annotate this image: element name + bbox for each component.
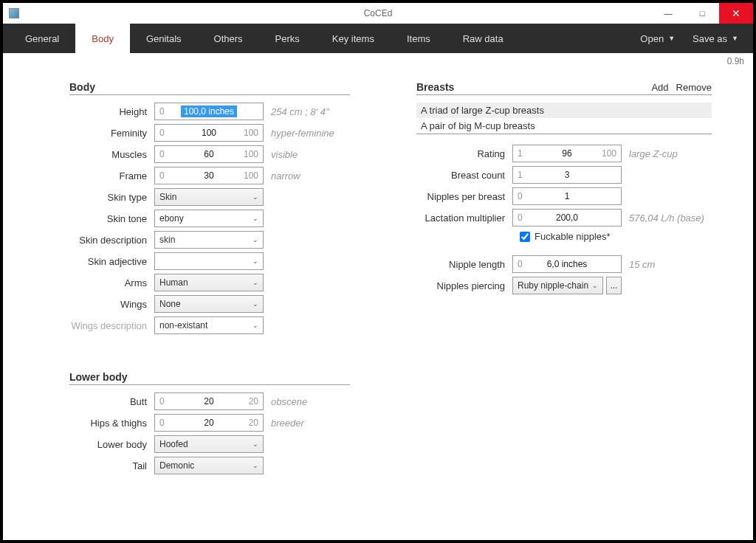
hips-input[interactable]: 02020 — [154, 414, 264, 432]
piercing-select[interactable]: Ruby nipple-chain⌄ — [512, 277, 603, 294]
muscles-label: Muscles — [69, 149, 154, 160]
npb-label: Nipples per breast — [416, 191, 512, 202]
breastcount-input[interactable]: 13 — [512, 166, 622, 184]
rating-input[interactable]: 196100 — [512, 145, 622, 162]
muscles-hint: visible — [271, 149, 298, 160]
npb-input[interactable]: 01 — [512, 187, 622, 205]
chevron-down-icon: ⌄ — [252, 462, 258, 469]
feminity-label: Feminity — [69, 128, 154, 139]
height-label: Height — [69, 106, 154, 117]
tail-label: Tail — [69, 460, 154, 471]
rating-label: Rating — [416, 148, 512, 159]
butt-input[interactable]: 02020 — [154, 392, 264, 410]
niplen-hint: 15 cm — [629, 259, 655, 270]
caret-down-icon: ▼ — [668, 35, 675, 42]
wingsdesc-label: Wings description — [69, 320, 154, 331]
arms-select[interactable]: Human⌄ — [154, 274, 264, 291]
frame-label: Frame — [69, 170, 154, 181]
lowerbody-select[interactable]: Hoofed⌄ — [154, 435, 264, 453]
chevron-down-icon: ⌄ — [592, 282, 598, 289]
niplen-input[interactable]: 06,0 inches — [512, 255, 622, 273]
skintype-select[interactable]: Skin⌄ — [154, 188, 264, 206]
tab-items[interactable]: Items — [391, 24, 447, 53]
tab-perks[interactable]: Perks — [259, 24, 316, 53]
lowerbody-label: Lower body — [69, 439, 154, 450]
skindesc-label: Skin description — [69, 235, 154, 246]
rating-hint: large Z-cup — [629, 148, 678, 159]
chevron-down-icon: ⌄ — [252, 440, 258, 448]
niplen-label: Nipple length — [416, 259, 512, 270]
saveas-menu[interactable]: Save as▼ — [684, 24, 747, 53]
chevron-down-icon: ⌄ — [252, 236, 258, 243]
wings-label: Wings — [69, 299, 154, 310]
chevron-down-icon: ⌄ — [252, 300, 258, 308]
list-item[interactable]: A pair of big M-cup breasts — [416, 118, 712, 134]
feminity-hint: hyper-feminine — [271, 128, 334, 139]
frame-input[interactable]: 030100 — [154, 167, 264, 184]
list-item[interactable]: A triad of large Z-cup breasts — [416, 103, 712, 118]
app-icon — [9, 8, 19, 18]
skintone-label: Skin tone — [69, 213, 154, 224]
window-title: CoCEd — [364, 8, 393, 18]
section-breasts-header: Breasts Add Remove — [416, 81, 712, 95]
piercing-more-button[interactable]: ... — [606, 277, 622, 294]
chevron-down-icon: ⌄ — [252, 215, 258, 222]
skintone-select[interactable]: ebony⌄ — [154, 210, 264, 227]
right-column: Breasts Add Remove A triad of large Z-cu… — [416, 81, 712, 525]
section-lowerbody-header: Lower body — [69, 371, 350, 385]
caret-down-icon: ▼ — [732, 35, 738, 42]
lactation-hint: 576,04 L/h (base) — [629, 212, 704, 224]
minimize-button[interactable]: — — [651, 3, 685, 24]
app-window: CoCEd — □ ✕ General Body Genitals Others… — [3, 3, 753, 540]
skinadj-label: Skin adjective — [69, 256, 154, 267]
chevron-down-icon: ⌄ — [252, 279, 258, 286]
skinadj-select[interactable]: ⌄ — [154, 252, 264, 270]
chevron-down-icon: ⌄ — [252, 322, 258, 329]
tab-bar: General Body Genitals Others Perks Key i… — [3, 24, 753, 53]
tab-body[interactable]: Body — [75, 24, 130, 53]
tab-rawdata[interactable]: Raw data — [447, 24, 520, 53]
arms-label: Arms — [69, 277, 154, 288]
wings-select[interactable]: None⌄ — [154, 295, 264, 313]
butt-hint: obscene — [271, 396, 307, 407]
butt-label: Butt — [69, 396, 154, 407]
frame-hint: narrow — [271, 170, 300, 181]
left-column: Body Height 0100,0 inches 254 cm ; 8' 4"… — [69, 81, 350, 525]
version-label: 0.9h — [3, 53, 753, 66]
hips-label: Hips & thighs — [69, 418, 154, 429]
tab-genitals[interactable]: Genitals — [130, 24, 198, 53]
height-hint: 254 cm ; 8' 4" — [271, 106, 329, 117]
close-button[interactable]: ✕ — [719, 3, 753, 24]
fuckable-label: Fuckable nipples* — [535, 231, 611, 242]
open-menu[interactable]: Open▼ — [631, 24, 684, 53]
chevron-down-icon: ⌄ — [252, 193, 258, 201]
tab-others[interactable]: Others — [198, 24, 259, 53]
lactation-label: Lactation multiplier — [416, 212, 512, 224]
content-area: Body Height 0100,0 inches 254 cm ; 8' 4"… — [3, 66, 753, 540]
breasts-remove-link[interactable]: Remove — [676, 82, 712, 93]
breasts-add-link[interactable]: Add — [651, 82, 668, 93]
feminity-input[interactable]: 0100100 — [154, 124, 264, 142]
maximize-button[interactable]: □ — [685, 3, 719, 24]
tab-general[interactable]: General — [9, 24, 75, 53]
section-body-header: Body — [69, 81, 350, 95]
skintype-label: Skin type — [69, 192, 154, 203]
titlebar: CoCEd — □ ✕ — [3, 3, 753, 24]
lactation-input[interactable]: 0200,0 — [512, 209, 622, 226]
skindesc-select[interactable]: skin⌄ — [154, 231, 264, 249]
fuckable-checkbox[interactable] — [520, 232, 530, 242]
breastcount-label: Breast count — [416, 170, 512, 181]
chevron-down-icon: ⌄ — [252, 257, 258, 265]
piercing-label: Nipples piercing — [416, 280, 512, 291]
breasts-list[interactable]: A triad of large Z-cup breasts A pair of… — [416, 103, 712, 134]
tail-select[interactable]: Demonic⌄ — [154, 457, 264, 474]
wingsdesc-select[interactable]: non-existant⌄ — [154, 317, 264, 334]
height-input[interactable]: 0100,0 inches — [154, 103, 264, 120]
muscles-input[interactable]: 060100 — [154, 145, 264, 163]
hips-hint: breeder — [271, 418, 304, 429]
tab-keyitems[interactable]: Key items — [316, 24, 391, 53]
